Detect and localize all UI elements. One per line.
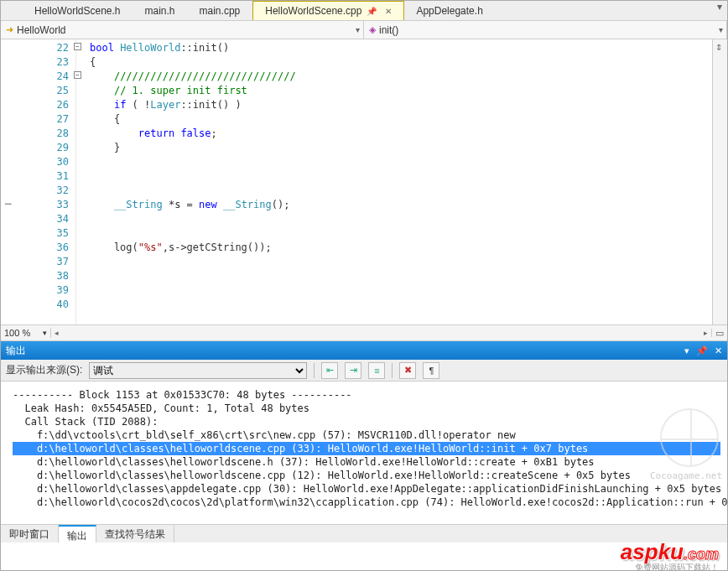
output-body[interactable]: Cocoagame.net ---------- Block 1153 at 0… <box>1 382 727 524</box>
site-slogan: 免费网站源码下载站！ <box>635 562 719 571</box>
code-line[interactable]: return false; <box>90 127 727 141</box>
vertical-scrollbar-track[interactable]: ⇕ <box>712 39 727 324</box>
line-number: 28 <box>1 127 75 141</box>
pin-icon[interactable]: 📌 <box>696 345 708 356</box>
output-line[interactable]: d:\helloworld\cocos2d\cocos\2d\platform\… <box>13 496 720 509</box>
output-line[interactable]: Call Stack (TID 2088): <box>13 415 720 428</box>
chevron-down-icon: ▾ <box>719 25 723 34</box>
output-line[interactable]: d:\helloworld\classes\helloworldscene.h … <box>13 455 720 469</box>
code-line[interactable]: ////////////////////////////// <box>90 70 727 84</box>
output-title-label: 输出 <box>6 344 26 358</box>
code-area[interactable]: bool HelloWorld::init(){ ///////////////… <box>76 39 727 324</box>
wrap-button[interactable]: ¶ <box>423 362 439 379</box>
fold-toggle[interactable]: − <box>74 43 81 50</box>
output-line[interactable]: Leak Hash: 0x5545A5ED, Count: 1, Total 4… <box>13 402 720 415</box>
watermark-text: Cocoagame.net <box>650 470 722 481</box>
tab-main-h[interactable]: main.h <box>133 1 188 20</box>
output-line[interactable]: d:\helloworld\classes\helloworldscene.cp… <box>13 469 720 482</box>
member-selector[interactable]: ◈ init() ▾ <box>364 21 727 39</box>
fold-toggle[interactable]: − <box>74 71 81 79</box>
code-line[interactable] <box>90 212 727 226</box>
line-number: 25 <box>1 84 75 98</box>
code-line[interactable]: if ( !Layer::init() ) <box>90 98 727 112</box>
line-number: 22 <box>1 41 75 55</box>
line-number: 32 <box>1 184 75 198</box>
line-number: 33 <box>1 198 75 212</box>
method-icon: ◈ <box>369 24 376 35</box>
output-source-label: 显示输出来源(S): <box>6 363 82 377</box>
code-line[interactable] <box>90 155 727 169</box>
split-icon[interactable]: ⇕ <box>715 43 722 52</box>
output-toolbar: 显示输出来源(S): 调试 ⇤ ⇥ ≡ ✖ ¶ <box>1 360 727 382</box>
line-number: 26 <box>1 98 75 112</box>
tab-helloworldscene-h[interactable]: HelloWorldScene.h <box>23 1 133 20</box>
code-line[interactable] <box>90 226 727 241</box>
indent-left-button[interactable]: ⇤ <box>321 362 338 379</box>
output-line[interactable]: ---------- Block 1153 at 0x01533C70: 48 … <box>13 388 720 402</box>
tab-find-symbol-results[interactable]: 查找符号结果 <box>96 525 174 542</box>
site-brand: aspku.com <box>621 539 719 565</box>
line-number: 36 <box>1 241 75 255</box>
line-number: 37 <box>1 255 75 269</box>
file-tabbar: HelloWorldScene.h main.h main.cpp HelloW… <box>1 1 727 21</box>
tab-appdelegate-h[interactable]: AppDelegate.h <box>404 1 495 20</box>
arrow-right-icon[interactable]: ▸ <box>704 329 708 337</box>
line-number: 34 <box>1 212 75 226</box>
code-line[interactable] <box>90 169 727 184</box>
line-number: 38 <box>1 269 75 283</box>
code-line[interactable]: __String *s = new __String(); <box>90 198 727 212</box>
output-panel-title: 输出 ▾ 📌 ✕ <box>1 341 727 360</box>
arrow-left-icon[interactable]: ◂ <box>55 329 59 337</box>
code-line[interactable] <box>90 269 727 283</box>
zoom-value: 100 % <box>4 328 30 338</box>
align-button[interactable]: ≡ <box>368 362 385 379</box>
line-number: 40 <box>1 298 75 312</box>
tab-helloworldscene-cpp[interactable]: HelloWorldScene.cpp 📌 ✕ <box>252 1 404 20</box>
line-number: 35 <box>1 226 75 241</box>
line-number: 39 <box>1 283 75 298</box>
tab-immediate-window[interactable]: 即时窗口 <box>1 525 59 542</box>
indent-right-button[interactable]: ⇥ <box>345 362 361 379</box>
code-line[interactable]: { <box>90 112 727 127</box>
code-line[interactable]: // 1. super init first <box>90 84 727 98</box>
tab-main-cpp[interactable]: main.cpp <box>188 1 253 20</box>
scope-selector[interactable]: ➜ HelloWorld ▾ <box>1 21 364 39</box>
scope-label: HelloWorld <box>17 24 65 36</box>
class-icon: ➜ <box>6 24 13 35</box>
code-line[interactable]: { <box>90 55 727 70</box>
line-number-gutter: −− 222324252627282930313233−343536373839… <box>1 39 76 324</box>
code-line[interactable]: log("%s",s->getCString()); <box>90 241 727 255</box>
code-line[interactable] <box>90 184 727 198</box>
watermark-logo <box>660 408 719 467</box>
chevron-down-icon: ▾ <box>356 25 360 34</box>
output-line[interactable]: f:\dd\vctools\crt_bld\self_x86\crt\src\n… <box>13 428 720 442</box>
line-number: 23 <box>1 55 75 70</box>
window-position-icon[interactable]: ▾ <box>684 345 689 356</box>
split-view-button[interactable]: ▭ <box>712 328 727 339</box>
horizontal-scrollbar[interactable]: ◂ ▸ <box>51 329 712 337</box>
code-line[interactable] <box>90 283 727 298</box>
code-line[interactable]: } <box>90 141 727 155</box>
close-icon[interactable]: ✕ <box>715 345 722 356</box>
close-icon[interactable]: ✕ <box>385 7 392 16</box>
output-line-selected[interactable]: d:\helloworld\classes\helloworldscene.cp… <box>13 442 720 455</box>
zoom-selector[interactable]: 100 % ▾ <box>1 328 51 338</box>
editor-status-strip: 100 % ▾ ◂ ▸ ▭ <box>1 324 727 341</box>
tab-output[interactable]: 输出 <box>59 525 96 542</box>
code-line[interactable] <box>90 298 727 312</box>
line-number: 27 <box>1 112 75 127</box>
pin-icon[interactable]: 📌 <box>367 7 377 16</box>
code-line[interactable]: bool HelloWorld::init() <box>90 41 727 55</box>
tab-overflow-dropdown[interactable]: ▾ <box>712 1 727 20</box>
member-label: init() <box>379 24 398 36</box>
code-editor[interactable]: −− 222324252627282930313233−343536373839… <box>1 39 727 324</box>
breakpoint-margin-mark[interactable]: − <box>4 196 12 211</box>
bottom-tabbar: 即时窗口 输出 查找符号结果 <box>1 524 727 542</box>
code-line[interactable] <box>90 255 727 269</box>
navigation-bar: ➜ HelloWorld ▾ ◈ init() ▾ <box>1 21 727 39</box>
line-number: 30 <box>1 155 75 169</box>
clear-button[interactable]: ✖ <box>399 362 416 379</box>
output-line[interactable]: d:\helloworld\classes\appdelegate.cpp (3… <box>13 482 720 496</box>
line-number: 24 <box>1 70 75 84</box>
output-source-select[interactable]: 调试 <box>89 362 307 379</box>
